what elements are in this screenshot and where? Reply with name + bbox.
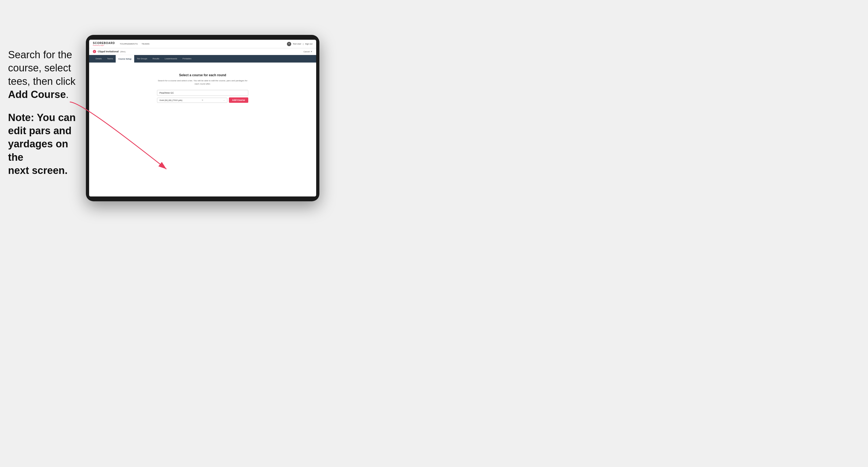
tee-chevron-icon: ⌄ xyxy=(223,99,225,101)
note-line4: next screen. xyxy=(8,164,86,177)
logo-area: SCOREBOARD Powered by clippd xyxy=(93,42,115,46)
nav-teams[interactable]: TEAMS xyxy=(142,43,150,45)
annotation-note: Note: You can edit pars and yardages on … xyxy=(8,111,86,178)
tab-bar: Details Teams Course Setup Tee Groups Re… xyxy=(89,55,316,63)
tournament-title: C Clippd Invitational (Men) xyxy=(93,50,126,53)
logo-sub: Powered by clippd xyxy=(93,44,115,46)
tee-select-wrapper[interactable]: Gold (M) (M) (7010 yds) ✕ ⌄ xyxy=(157,98,227,103)
tee-clear-icon[interactable]: ✕ xyxy=(202,99,204,101)
nav-right: T Test User | Sign out xyxy=(287,42,312,46)
tab-course-setup[interactable]: Course Setup xyxy=(116,55,134,63)
tee-value: Gold (M) (M) (7010 yds) xyxy=(159,99,182,101)
nav-separator: | xyxy=(303,43,304,45)
note-line2: edit pars and xyxy=(8,124,86,137)
tab-details[interactable]: Details xyxy=(93,55,104,63)
logo-text: SCOREBOARD xyxy=(93,42,115,44)
course-section-title: Select a course for each round xyxy=(157,73,248,77)
note-line1: Note: You can xyxy=(8,111,86,124)
tournament-name: Clippd Invitational xyxy=(98,50,119,53)
tab-tee-groups[interactable]: Tee Groups xyxy=(134,55,150,63)
nav-tournaments[interactable]: TOURNAMENTS xyxy=(120,43,138,45)
tablet-screen: SCOREBOARD Powered by clippd TOURNAMENTS… xyxy=(89,40,316,196)
course-search-input[interactable] xyxy=(157,90,248,96)
annotation-line3: tees, then click xyxy=(8,75,86,88)
tab-teams[interactable]: Teams xyxy=(104,55,116,63)
tablet-device: SCOREBOARD Powered by clippd TOURNAMENTS… xyxy=(86,35,319,201)
annotation-line1: Search for the xyxy=(8,48,86,61)
add-course-button[interactable]: Add Course xyxy=(229,97,248,103)
tab-leaderboards[interactable]: Leaderboards xyxy=(162,55,180,63)
tab-printables[interactable]: Printables xyxy=(180,55,194,63)
tee-select-row: Gold (M) (M) (7010 yds) ✕ ⌄ Add Course xyxy=(157,97,248,103)
note-line3: yardages on the xyxy=(8,137,86,164)
course-card: Select a course for each round Search fo… xyxy=(157,73,248,103)
cancel-button[interactable]: Cancel ✕ xyxy=(304,51,312,53)
top-nav: SCOREBOARD Powered by clippd TOURNAMENTS… xyxy=(89,40,316,48)
tab-results[interactable]: Results xyxy=(150,55,162,63)
nav-items: TOURNAMENTS TEAMS xyxy=(120,43,287,45)
tournament-header: C Clippd Invitational (Men) Cancel ✕ xyxy=(89,48,316,55)
tournament-subtitle: (Men) xyxy=(120,51,126,53)
add-course-annotation: Add Course xyxy=(8,89,66,100)
course-section-desc: Search for a course and select a tee. Yo… xyxy=(157,79,248,86)
user-name: Test User xyxy=(293,43,302,45)
annotation-line2: course, select xyxy=(8,61,86,74)
user-avatar: T xyxy=(287,42,291,46)
annotation-block: Search for the course, select tees, then… xyxy=(8,48,86,178)
main-content: Select a course for each round Search fo… xyxy=(89,63,316,196)
tournament-icon: C xyxy=(93,50,96,53)
annotation-bold-line: Add Course. xyxy=(8,88,86,101)
sign-out-link[interactable]: Sign out xyxy=(305,43,312,45)
